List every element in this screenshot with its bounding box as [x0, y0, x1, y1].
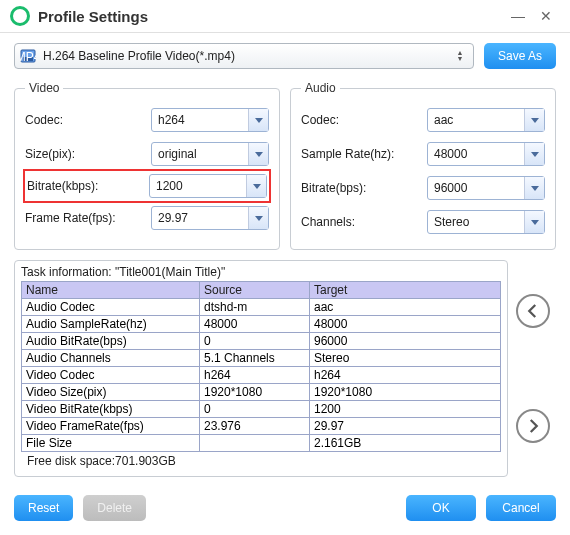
audio-bitrate-label: Bitrate(bps): [301, 181, 427, 195]
next-arrow-icon[interactable] [516, 409, 550, 443]
cell-source: 23.976 [200, 418, 310, 435]
cell-target: 48000 [310, 316, 501, 333]
svg-text:MP4: MP4 [20, 50, 36, 64]
minimize-button[interactable]: — [504, 6, 532, 26]
video-panel: Video Codec: h264 Size(pix): original Bi… [14, 81, 280, 250]
cell-name: Audio BitRate(bps) [22, 333, 200, 350]
cell-target: h264 [310, 367, 501, 384]
cell-target: 2.161GB [310, 435, 501, 452]
cell-name: Video BitRate(kbps) [22, 401, 200, 418]
video-bitrate-combo[interactable]: 1200 [149, 174, 267, 198]
cell-target: 96000 [310, 333, 501, 350]
cancel-button[interactable]: Cancel [486, 495, 556, 521]
cell-source: 5.1 Channels [200, 350, 310, 367]
window-title: Profile Settings [38, 8, 504, 25]
cell-target: aac [310, 299, 501, 316]
cell-source: 0 [200, 401, 310, 418]
audio-legend: Audio [301, 81, 340, 95]
audio-panel: Audio Codec: aac Sample Rate(hz): 48000 … [290, 81, 556, 250]
video-framerate-label: Frame Rate(fps): [25, 211, 151, 225]
video-codec-combo[interactable]: h264 [151, 108, 269, 132]
chevron-down-icon [248, 143, 268, 165]
table-row: File Size2.161GB [22, 435, 501, 452]
chevron-down-icon [248, 207, 268, 229]
audio-samplerate-combo[interactable]: 48000 [427, 142, 545, 166]
cell-source: 48000 [200, 316, 310, 333]
table-row: Audio BitRate(bps)096000 [22, 333, 501, 350]
reset-button[interactable]: Reset [14, 495, 73, 521]
profile-text: H.264 Baseline Profile Video(*.mp4) [43, 49, 451, 63]
cell-name: Video Codec [22, 367, 200, 384]
prev-arrow-icon[interactable] [516, 294, 550, 328]
chevron-down-icon [248, 109, 268, 131]
col-target: Target [310, 282, 501, 299]
cell-name: Audio Channels [22, 350, 200, 367]
video-codec-label: Codec: [25, 113, 151, 127]
task-info-table: Name Source Target Audio Codecdtshd-maac… [21, 281, 501, 452]
free-disk-label: Free disk space:701.903GB [21, 452, 501, 470]
cell-target: Stereo [310, 350, 501, 367]
task-info-header: Task information: "Title001(Main Title)" [21, 265, 501, 279]
col-source: Source [200, 282, 310, 299]
audio-bitrate-combo[interactable]: 96000 [427, 176, 545, 200]
task-info-panel: Task information: "Title001(Main Title)"… [14, 260, 508, 477]
save-as-button[interactable]: Save As [484, 43, 556, 69]
chevron-down-icon [524, 109, 544, 131]
profile-select[interactable]: MP4 H.264 Baseline Profile Video(*.mp4) … [14, 43, 474, 69]
video-size-combo[interactable]: original [151, 142, 269, 166]
audio-codec-label: Codec: [301, 113, 427, 127]
chevron-down-icon [524, 143, 544, 165]
chevron-down-icon [524, 177, 544, 199]
table-row: Video Size(pix)1920*10801920*1080 [22, 384, 501, 401]
chevron-down-icon [524, 211, 544, 233]
cell-target: 29.97 [310, 418, 501, 435]
cell-source: dtshd-m [200, 299, 310, 316]
table-row: Video BitRate(kbps)01200 [22, 401, 501, 418]
app-logo-icon [10, 6, 30, 26]
audio-channels-combo[interactable]: Stereo [427, 210, 545, 234]
cell-target: 1200 [310, 401, 501, 418]
chevron-down-icon [246, 175, 266, 197]
table-row: Audio Channels5.1 ChannelsStereo [22, 350, 501, 367]
video-framerate-combo[interactable]: 29.97 [151, 206, 269, 230]
table-row: Video FrameRate(fps)23.97629.97 [22, 418, 501, 435]
audio-samplerate-label: Sample Rate(hz): [301, 147, 427, 161]
close-button[interactable]: ✕ [532, 6, 560, 26]
cell-source: 0 [200, 333, 310, 350]
titlebar: Profile Settings — ✕ [0, 0, 570, 33]
video-legend: Video [25, 81, 63, 95]
cell-name: Video Size(pix) [22, 384, 200, 401]
cell-name: File Size [22, 435, 200, 452]
video-bitrate-label: Bitrate(kbps): [27, 179, 149, 193]
audio-codec-combo[interactable]: aac [427, 108, 545, 132]
col-name: Name [22, 282, 200, 299]
cell-source: h264 [200, 367, 310, 384]
cell-source [200, 435, 310, 452]
spinner-icon[interactable]: ▲▼ [451, 50, 469, 62]
audio-channels-label: Channels: [301, 215, 427, 229]
ok-button[interactable]: OK [406, 495, 476, 521]
table-row: Video Codech264h264 [22, 367, 501, 384]
table-row: Audio SampleRate(hz)4800048000 [22, 316, 501, 333]
cell-name: Video FrameRate(fps) [22, 418, 200, 435]
video-size-label: Size(pix): [25, 147, 151, 161]
cell-name: Audio SampleRate(hz) [22, 316, 200, 333]
table-row: Audio Codecdtshd-maac [22, 299, 501, 316]
cell-source: 1920*1080 [200, 384, 310, 401]
cell-name: Audio Codec [22, 299, 200, 316]
delete-button[interactable]: Delete [83, 495, 146, 521]
mp4-icon: MP4 [19, 48, 37, 64]
cell-target: 1920*1080 [310, 384, 501, 401]
